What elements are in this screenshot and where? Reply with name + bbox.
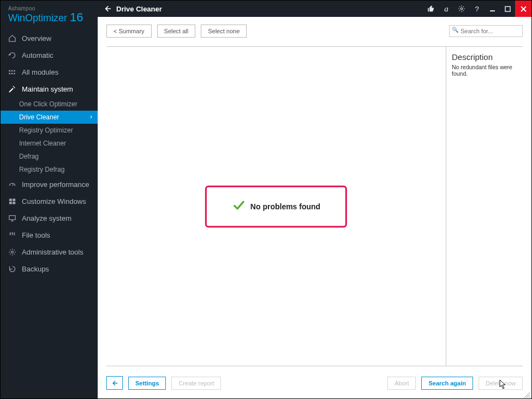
sidebar-item-label: All modules (22, 68, 58, 76)
abort-button: Abort (387, 377, 416, 390)
sidebar-item-overview[interactable]: Overview (1, 30, 98, 47)
description-panel: Description No redundant files were foun… (446, 47, 523, 366)
select-none-button[interactable]: Select none (201, 25, 247, 38)
close-button[interactable] (515, 1, 531, 17)
svg-rect-0 (9, 70, 10, 72)
product-name: WinOptimizer (8, 13, 67, 23)
description-text: No redundant files were found. (452, 64, 519, 77)
sidebar-item-maintain-system[interactable]: Maintain system (1, 81, 98, 98)
refresh-icon (8, 51, 16, 59)
sidebar-sub-defrag[interactable]: Defrag (1, 150, 98, 163)
result-message-box: No problems found (205, 185, 347, 227)
grid-icon (8, 68, 16, 76)
footer: Settings Create report Abort Search agai… (106, 366, 523, 393)
sidebar-item-label: Automatic (22, 51, 53, 59)
sidebar-item-label: File tools (22, 231, 50, 239)
logo-block: Ashampoo WinOptimizer 16 (1, 1, 98, 30)
gear-icon (8, 248, 16, 256)
svg-rect-3 (9, 73, 10, 75)
help-icon[interactable]: ? (469, 1, 485, 17)
sidebar-sub-registry-defrag[interactable]: Registry Defrag (1, 163, 98, 176)
description-title: Description (452, 52, 519, 62)
svg-rect-8 (9, 202, 12, 204)
sidebar-item-customize-windows[interactable]: Customize Windows (1, 193, 98, 210)
svg-point-12 (461, 8, 463, 10)
sidebar-item-label: Backups (22, 265, 49, 273)
sidebar-sub-drive-cleaner[interactable]: Drive Cleaner (1, 111, 98, 124)
main-area: Drive Cleaner a ? < Summary Select all S… (98, 1, 531, 398)
sidebar-item-administrative-tools[interactable]: Administrative tools (1, 244, 98, 261)
svg-rect-7 (13, 199, 15, 201)
create-report-button: Create report (171, 377, 221, 390)
gauge-icon (8, 180, 16, 189)
search-input[interactable] (449, 25, 523, 37)
back-arrow-button[interactable] (106, 376, 123, 390)
sidebar-item-label: Maintain system (22, 85, 73, 93)
sidebar-sub-registry-optimizer[interactable]: Registry Optimizer (1, 124, 98, 137)
checkmark-icon (232, 199, 246, 214)
page-title: Drive Cleaner (116, 5, 162, 13)
sidebar-item-all-modules[interactable]: All modules (1, 64, 98, 81)
svg-rect-1 (11, 70, 13, 72)
backup-icon (8, 265, 16, 273)
product-version: 16 (70, 10, 83, 24)
toolbar: < Summary Select all Select none (98, 17, 531, 39)
sidebar-item-label: Customize Windows (22, 197, 86, 205)
settings-button[interactable]: Settings (128, 377, 166, 390)
app-window: Ashampoo WinOptimizer 16 Overview Automa… (0, 0, 532, 399)
sidebar-item-automatic[interactable]: Automatic (1, 47, 98, 64)
sidebar-sub-one-click-optimizer[interactable]: One Click Optimizer (1, 98, 98, 111)
summary-button[interactable]: < Summary (106, 25, 152, 38)
svg-rect-10 (9, 216, 15, 220)
nav: Overview Automatic All modules Maintain … (1, 30, 98, 398)
windows-icon (8, 197, 16, 205)
minimize-button[interactable] (485, 1, 500, 17)
tools-icon (8, 231, 16, 239)
ashampoo-icon[interactable]: a (439, 1, 454, 17)
svg-rect-14 (505, 7, 510, 11)
svg-rect-4 (11, 73, 13, 75)
sidebar: Ashampoo WinOptimizer 16 Overview Automa… (1, 1, 98, 398)
sidebar-item-label: Improve performance (22, 180, 89, 189)
select-all-button[interactable]: Select all (157, 25, 196, 38)
broom-icon (8, 85, 16, 93)
svg-rect-6 (9, 199, 12, 201)
svg-point-11 (11, 251, 14, 253)
svg-rect-5 (14, 73, 15, 75)
svg-rect-2 (14, 70, 15, 72)
maximize-button[interactable] (500, 1, 515, 17)
resize-grip[interactable] (524, 391, 530, 397)
sidebar-item-analyze-system[interactable]: Analyze system (1, 210, 98, 227)
home-icon (8, 34, 16, 43)
back-button[interactable] (103, 4, 112, 13)
sidebar-item-improve-performance[interactable]: Improve performance (1, 176, 98, 193)
sidebar-item-file-tools[interactable]: File tools (1, 227, 98, 244)
sidebar-item-backups[interactable]: Backups (1, 261, 98, 277)
titlebar: Drive Cleaner a ? (98, 1, 531, 17)
sidebar-sub-internet-cleaner[interactable]: Internet Cleaner (1, 137, 98, 150)
sidebar-item-label: Administrative tools (22, 248, 83, 256)
brand-product: WinOptimizer 16 (8, 10, 90, 25)
results-panel: No problems found (106, 47, 446, 366)
result-message-text: No problems found (250, 202, 320, 211)
search-again-button[interactable]: Search again (421, 377, 473, 390)
monitor-icon (8, 214, 16, 222)
content: No problems found Description No redunda… (106, 46, 523, 366)
settings-icon[interactable] (454, 1, 469, 17)
delete-now-button: Delete now (479, 377, 523, 390)
thumbs-up-icon[interactable] (423, 1, 439, 17)
sidebar-item-label: Analyze system (22, 214, 71, 222)
svg-rect-13 (490, 10, 495, 11)
search-box (449, 25, 523, 37)
sidebar-item-label: Overview (22, 34, 51, 43)
svg-rect-9 (13, 202, 15, 204)
